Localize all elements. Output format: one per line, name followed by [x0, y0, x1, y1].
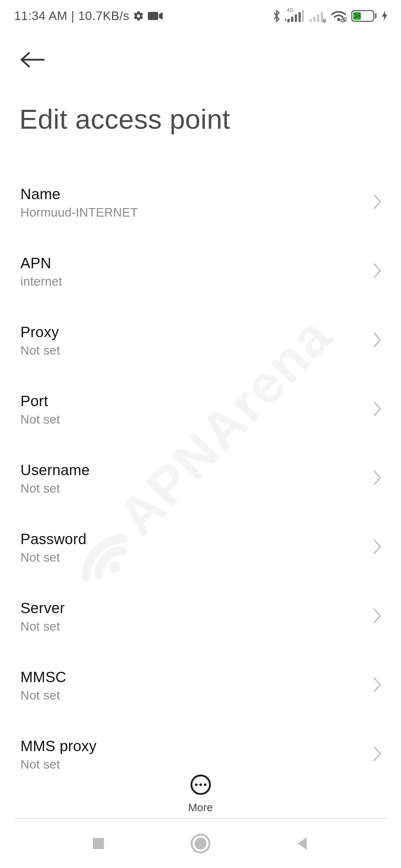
nav-recents-button[interactable]: [91, 836, 106, 851]
navigation-bar: [0, 819, 401, 868]
svg-rect-1: [148, 12, 158, 20]
status-left: 11:34 AM | 10.7KB/s: [14, 9, 163, 23]
row-value: Not set: [20, 619, 372, 634]
row-label: Port: [20, 393, 372, 410]
row-label: Username: [20, 462, 372, 479]
chevron-right-icon: [372, 539, 382, 556]
row-apn[interactable]: APN internet: [0, 248, 401, 295]
row-value: Hormuud-INTERNET: [20, 206, 372, 220]
chevron-right-icon: [372, 194, 382, 211]
row-mms-proxy[interactable]: MMS proxy Not set: [0, 731, 401, 778]
more-horizontal-icon: [190, 775, 211, 795]
settings-list: Name Hormuud-INTERNET APN internet Proxy…: [0, 135, 401, 778]
status-separator: |: [71, 9, 74, 23]
nav-home-button[interactable]: [190, 834, 211, 854]
sim1-signal: 4G: [286, 9, 304, 23]
row-label: MMSC: [20, 669, 372, 685]
row-mmsc[interactable]: MMSC Not set: [0, 662, 401, 709]
row-port[interactable]: Port Not set: [0, 386, 401, 433]
row-label: Server: [20, 600, 372, 617]
row-value: Not set: [20, 343, 372, 358]
row-password[interactable]: Password Not set: [0, 524, 401, 571]
chevron-right-icon: [372, 263, 382, 280]
svg-rect-17: [93, 838, 104, 849]
svg-point-13: [337, 18, 340, 21]
row-label: Proxy: [20, 324, 372, 341]
row-value: Not set: [20, 481, 372, 496]
chevron-right-icon: [372, 746, 382, 763]
page-title: Edit access point: [19, 73, 383, 135]
app-header: Edit access point: [0, 32, 401, 135]
row-label: Password: [20, 531, 372, 548]
chevron-right-icon: [372, 332, 382, 349]
more-label: More: [188, 802, 213, 814]
svg-rect-10: [313, 17, 316, 22]
battery-indicator: 38: [351, 10, 376, 22]
row-label: APN: [20, 255, 372, 272]
row-label: Name: [20, 186, 372, 203]
chevron-right-icon: [372, 608, 382, 625]
charging-icon: [381, 11, 388, 21]
more-button[interactable]: More: [0, 775, 401, 814]
row-label: MMS proxy: [20, 738, 372, 754]
row-value: Not set: [20, 757, 372, 772]
gear-icon: [133, 10, 144, 22]
svg-rect-7: [286, 19, 286, 21]
row-value: Not set: [20, 688, 372, 703]
chevron-right-icon: [372, 470, 382, 487]
wifi-status-icon: [330, 9, 347, 23]
sim2-signal: [308, 9, 326, 23]
svg-rect-6: [302, 10, 304, 22]
row-name[interactable]: Name Hormuud-INTERNET: [0, 179, 401, 226]
svg-rect-8: [288, 20, 288, 23]
chevron-right-icon: [372, 401, 382, 418]
svg-rect-9: [310, 19, 312, 22]
svg-rect-11: [317, 14, 319, 22]
status-time: 11:34 AM: [14, 9, 67, 23]
svg-rect-3: [291, 17, 293, 22]
row-username[interactable]: Username Not set: [0, 455, 401, 502]
row-value: internet: [20, 274, 372, 289]
row-proxy[interactable]: Proxy Not set: [0, 317, 401, 364]
row-value: Not set: [20, 412, 372, 427]
status-right: 4G: [272, 9, 388, 23]
back-button[interactable]: [19, 46, 46, 73]
video-icon: [148, 11, 163, 21]
status-bar: 11:34 AM | 10.7KB/s 4G: [0, 0, 401, 32]
chevron-right-icon: [372, 677, 382, 694]
bluetooth-icon: [272, 9, 281, 23]
row-value: Not set: [20, 550, 372, 565]
nav-back-button[interactable]: [295, 836, 310, 851]
status-net-speed: 10.7KB/s: [78, 9, 130, 23]
row-server[interactable]: Server Not set: [0, 593, 401, 640]
svg-point-19: [195, 838, 206, 849]
svg-rect-4: [295, 14, 297, 22]
svg-rect-5: [299, 12, 301, 22]
